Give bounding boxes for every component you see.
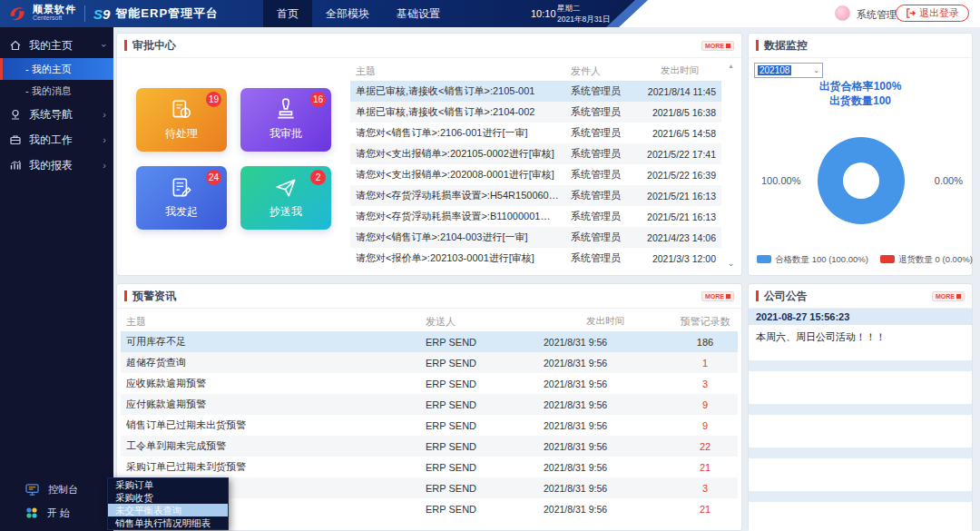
approval-row[interactable]: 请您对<支出报销单>:202105-0002进行[审核]系统管理员2021/5/… <box>350 143 721 164</box>
alert-row-cell: 1 <box>672 358 738 369</box>
logout-label: 退出登录 <box>919 6 959 20</box>
nav-tab-home[interactable]: 首页 <box>263 0 312 27</box>
pending-count-badge: 19 <box>206 92 221 107</box>
alert-row[interactable]: 应收账款逾期预警ERP SEND2021/8/31 9:563 <box>121 373 738 394</box>
s9-logo-s: S <box>93 6 103 22</box>
scroll-down-icon[interactable]: ⌄ <box>728 259 735 268</box>
alert-row[interactable]: 应付账款逾期预警ERP SEND2021/8/31 9:569 <box>121 394 738 415</box>
sidebar-item-my-work[interactable]: 我的工作 › <box>0 127 113 152</box>
approval-table: 主题 发件人 发出时间 单据已审核,请接收<销售订单>:2105-001系统管理… <box>350 61 721 269</box>
alert-row[interactable]: 超储存货查询ERP SEND2021/8/31 9:561 <box>121 352 738 373</box>
approval-row[interactable]: 请您对<支出报销单>:202008-0001进行[审核]系统管理员2021/5/… <box>350 164 721 185</box>
approval-center-panel: 审批中心 MORE 19 待处理 16 我审批 24 我发起 2 <box>116 33 742 276</box>
user-avatar[interactable] <box>835 5 850 21</box>
menu-item-purchase-receipt[interactable]: 采购收货 <box>108 491 228 504</box>
alert-row-cell: 2021/8/31 9:56 <box>538 379 672 389</box>
legend-pass: 合格数量 100 (100.00%) <box>757 254 868 266</box>
announcement-more-button[interactable]: MORE <box>932 291 965 301</box>
menu-item-sales-order-execution-report[interactable]: 销售单执行情况明细表 <box>108 516 228 529</box>
chevron-right-icon: › <box>103 160 106 171</box>
alert-row-cell: ERP SEND <box>420 483 538 494</box>
chart-icon <box>9 159 22 172</box>
approval-row[interactable]: 单据已审核,请接收<销售订单>:2104-002系统管理员2021/8/5 16… <box>350 102 721 123</box>
date: 2021年8月31日 <box>557 14 611 25</box>
sidebar-subitem-my-messages[interactable]: - 我的消息 <box>0 80 113 102</box>
alert-row[interactable]: 工令单到期未完成预警ERP SEND2021/8/31 9:5622 <box>121 436 738 457</box>
approval-row-cell: 2021/8/14 11:45 <box>638 86 721 97</box>
scroll-up-icon[interactable]: ▲ <box>728 63 734 69</box>
tile-cc-to-me[interactable]: 2 抄送我 <box>240 166 331 230</box>
nav-tab-all-modules[interactable]: 全部模块 <box>312 0 383 27</box>
alert-row[interactable]: 可用库存不足ERP SEND2021/8/31 9:56186 <box>121 331 738 352</box>
ship-pass-rate: 出货合格率100% <box>749 79 972 94</box>
sidebar-item-label: 我的报表 <box>29 158 73 173</box>
logout-button[interactable]: 退出登录 <box>896 5 969 22</box>
taskbar-console[interactable]: 控制台 <box>0 479 113 499</box>
approval-row[interactable]: 请您对<存货浮动耗损率设置>:H54R15006002进行[审核]系统管理员20… <box>350 185 721 206</box>
alerts-more-button[interactable]: MORE <box>701 291 734 301</box>
tile-my-approvals[interactable]: 16 我审批 <box>240 88 331 152</box>
cc-count-badge: 2 <box>310 170 326 185</box>
announcement-timestamp[interactable]: 2021-08-27 15:56:23 <box>749 309 972 325</box>
menu-item-outstanding-balance-query[interactable]: 未交平衡表查询 <box>108 504 228 516</box>
tile-label: 我发起 <box>165 204 198 220</box>
monitor-panel-title: 数据监控 <box>764 38 808 54</box>
nav-tab-basic-settings[interactable]: 基础设置 <box>383 0 454 27</box>
approval-row-cell: 系统管理员 <box>565 251 638 265</box>
alert-row-cell: 2021/8/31 9:56 <box>538 441 672 452</box>
approval-row[interactable]: 请您对<存货浮动耗损率设置>:B11000001进行[审核]系统管理员2021/… <box>350 206 721 227</box>
col-subject: 主题 <box>121 315 420 329</box>
company-name-en: Centersoft <box>33 14 76 23</box>
map-pin-icon <box>9 108 22 121</box>
company-name: 顺景软件 Centersoft <box>33 5 76 23</box>
announcement-panel: 公司公告 MORE 2021-08-27 15:56:23 本周六、周日公司活动… <box>748 283 973 531</box>
approval-row-cell: 2021/5/21 16:13 <box>638 211 721 222</box>
doc-edit-icon <box>170 176 193 200</box>
more-icon <box>956 294 961 299</box>
alert-row[interactable]: 销售订单已过期未出货预警ERP SEND2021/8/31 9:569 <box>121 415 738 436</box>
approval-row-cell: 系统管理员 <box>565 189 638 202</box>
menu-item-purchase-order[interactable]: 采购订单 <box>108 478 228 491</box>
sidebar-item-system-nav[interactable]: 系统导航 › <box>0 102 113 127</box>
taskbar-start[interactable]: 开 始 <box>0 503 113 523</box>
sidebar-item-my-reports[interactable]: 我的报表 › <box>0 152 113 178</box>
start-label: 开 始 <box>47 506 70 520</box>
data-monitor-panel: 数据监控 202108 ⌄ 出货合格率100% 出货数量100 100.00% … <box>748 33 973 276</box>
approval-row[interactable]: 请您对<销售订单>:2104-003进行[一审]系统管理员2021/4/23 1… <box>350 227 721 248</box>
approval-table-header: 主题 发件人 发出时间 <box>350 61 721 81</box>
approval-row-cell: 2021/3/3 12:00 <box>638 253 721 264</box>
alert-row-cell: 2021/8/31 9:56 <box>538 504 672 515</box>
select-chevron-icon: ⌄ <box>813 66 819 74</box>
approval-scrollbar[interactable]: ▲ ⌄ <box>727 63 735 268</box>
alert-row[interactable]: 采购订单已过期未到货预警ERP SEND2021/8/31 9:5621 <box>121 457 738 477</box>
approval-row-cell: 2021/6/5 14:58 <box>638 128 721 139</box>
approval-row[interactable]: 请您对<报价单>:202103-0001进行[审核]系统管理员2021/3/3 … <box>350 248 721 269</box>
approval-row[interactable]: 单据已审核,请接收<销售订单>:2105-001系统管理员2021/8/14 1… <box>350 81 721 102</box>
alert-row-cell: ERP SEND <box>420 504 538 515</box>
sidebar-item-my-home[interactable]: 我的主页 › <box>0 33 113 58</box>
approval-row[interactable]: 请您对<销售订单>:2106-001进行[一审]系统管理员2021/6/5 14… <box>350 123 721 143</box>
approval-row-cell: 系统管理员 <box>565 126 638 140</box>
company-logo-icon <box>7 4 27 24</box>
clock-date: 星期二 2021年8月31日 <box>557 3 611 25</box>
tile-initiated-by-me[interactable]: 24 我发起 <box>136 166 227 230</box>
alerts-panel-header: 预警资讯 MORE <box>117 284 741 309</box>
announcement-message: 本周六、周日公司活动！！！ <box>749 325 972 358</box>
period-select[interactable]: 202108 ⌄ <box>754 63 823 78</box>
announcement-slot-bar <box>749 360 972 371</box>
alert-row-cell: 销售订单已过期未出货预警 <box>121 418 420 432</box>
start-popup-menu: 采购订单 采购收货 未交平衡表查询 销售单执行情况明细表 <box>107 477 229 530</box>
alert-row-cell: 21 <box>672 504 738 515</box>
sidebar-item-label: 系统导航 <box>29 107 73 123</box>
alert-row-cell: 2021/8/31 9:56 <box>538 337 672 348</box>
company-name-cn: 顺景软件 <box>33 5 76 14</box>
tile-pending[interactable]: 19 待处理 <box>136 88 227 152</box>
donut-left-label: 100.00% <box>761 175 800 186</box>
announcement-slot-body <box>749 502 972 531</box>
sidebar-subitem-text: 我的主页 <box>32 63 72 76</box>
alert-row-cell: 2021/8/31 9:56 <box>538 399 672 410</box>
alert-row-cell: ERP SEND <box>420 420 538 431</box>
approval-more-button[interactable]: MORE <box>701 41 734 51</box>
alert-row-cell: 9 <box>672 420 738 431</box>
sidebar-subitem-my-home[interactable]: - 我的主页 <box>0 58 113 80</box>
